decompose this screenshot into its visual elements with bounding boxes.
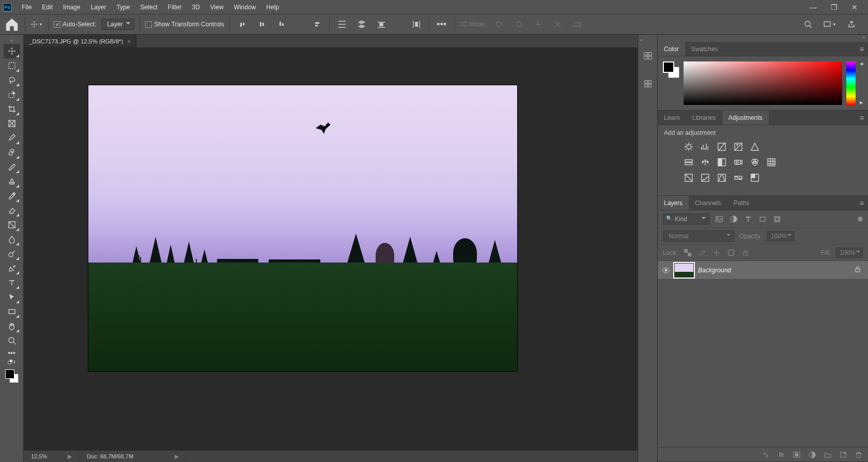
- document-tab[interactable]: _DSC7173.JPG @ 12,5% (RGB/8*) ×: [24, 35, 136, 48]
- menu-3d[interactable]: 3D: [187, 1, 205, 14]
- align-vcenter-button[interactable]: [255, 17, 269, 32]
- menu-help[interactable]: Help: [261, 1, 284, 14]
- hue-saturation-icon[interactable]: [684, 157, 694, 167]
- foreground-background-colors[interactable]: [5, 369, 19, 383]
- dodge-tool[interactable]: [4, 247, 20, 261]
- lock-artboard-icon[interactable]: [726, 248, 736, 257]
- window-minimize-button[interactable]: ―: [803, 0, 824, 14]
- distribute-top-button[interactable]: [335, 17, 349, 32]
- menu-image[interactable]: Image: [58, 1, 85, 14]
- filter-toggle[interactable]: [858, 217, 863, 222]
- rectangular-marquee-tool[interactable]: [4, 58, 20, 73]
- screen-mode-button[interactable]: ▼: [823, 17, 837, 32]
- panel-menu-button[interactable]: ≡: [858, 114, 866, 122]
- share-button[interactable]: [844, 17, 859, 32]
- history-panel-icon[interactable]: [640, 48, 656, 64]
- delete-layer-button[interactable]: [855, 451, 863, 459]
- lock-transparency-icon[interactable]: [683, 248, 692, 257]
- lock-all-icon[interactable]: [741, 248, 750, 257]
- selective-color-icon[interactable]: [750, 173, 760, 183]
- blend-mode-dropdown[interactable]: Normal: [663, 230, 734, 242]
- window-close-button[interactable]: ✕: [844, 0, 865, 14]
- align-left-button[interactable]: [309, 17, 324, 32]
- move-tool-indicator[interactable]: ▼: [30, 18, 43, 30]
- channel-mixer-icon[interactable]: [750, 157, 760, 167]
- auto-select-target-dropdown[interactable]: Layer: [101, 19, 134, 30]
- menu-filter[interactable]: Filter: [163, 1, 187, 14]
- tab-learn[interactable]: Learn: [658, 111, 686, 125]
- menu-select[interactable]: Select: [135, 1, 162, 14]
- layer-lock-icon[interactable]: [855, 266, 861, 274]
- brightness-contrast-icon[interactable]: [684, 142, 694, 152]
- distribute-horiz-button[interactable]: [409, 17, 424, 32]
- menu-layer[interactable]: Layer: [85, 1, 111, 14]
- color-picker-field[interactable]: [684, 61, 842, 105]
- color-lookup-icon[interactable]: [766, 157, 777, 167]
- black-white-icon[interactable]: [717, 157, 727, 167]
- tab-color[interactable]: Color: [658, 42, 685, 56]
- healing-brush-tool[interactable]: [4, 145, 20, 160]
- clone-stamp-tool[interactable]: [4, 174, 20, 189]
- tab-libraries[interactable]: Libraries: [686, 111, 722, 125]
- panel-collapse-button[interactable]: »: [862, 35, 865, 42]
- gradient-tool[interactable]: [4, 218, 20, 232]
- layer-mask-button[interactable]: [793, 451, 801, 459]
- distribute-vcenter-button[interactable]: [354, 17, 369, 32]
- properties-panel-icon[interactable]: [640, 76, 656, 91]
- lock-position-icon[interactable]: [712, 248, 721, 257]
- menu-type[interactable]: Type: [111, 1, 135, 14]
- canvas[interactable]: [24, 48, 638, 451]
- status-doc-info[interactable]: Doc: 68,7M/68,7M▶: [80, 453, 187, 460]
- threshold-icon[interactable]: [717, 173, 727, 183]
- close-tab-button[interactable]: ×: [127, 38, 131, 44]
- move-tool[interactable]: [4, 44, 20, 58]
- posterize-icon[interactable]: [700, 173, 710, 183]
- filter-adjustment-icon[interactable]: [729, 214, 738, 224]
- type-tool[interactable]: [4, 275, 20, 290]
- align-top-button[interactable]: [235, 17, 250, 32]
- tab-swatches[interactable]: Swatches: [685, 42, 724, 56]
- filter-type-icon[interactable]: [743, 214, 753, 224]
- foreground-color-swatch[interactable]: [663, 61, 674, 73]
- new-layer-button[interactable]: [839, 451, 847, 459]
- lock-image-icon[interactable]: [698, 248, 707, 257]
- curves-icon[interactable]: [717, 142, 727, 152]
- distribute-bottom-button[interactable]: [374, 17, 389, 32]
- brush-tool[interactable]: [4, 160, 20, 174]
- layer-thumbnail[interactable]: [674, 263, 694, 278]
- tab-adjustments[interactable]: Adjustments: [722, 111, 769, 125]
- edit-toolbar-button[interactable]: •••: [4, 348, 20, 358]
- exposure-icon[interactable]: [733, 142, 743, 152]
- rectangle-tool[interactable]: [4, 304, 20, 319]
- blur-tool[interactable]: [4, 232, 20, 247]
- menu-view[interactable]: View: [205, 1, 229, 14]
- vibrance-icon[interactable]: [750, 142, 760, 152]
- layer-row[interactable]: Background: [658, 261, 868, 280]
- dock-expand-button[interactable]: «: [638, 37, 657, 44]
- search-button[interactable]: [801, 17, 815, 32]
- photo-filter-icon[interactable]: [733, 157, 743, 167]
- link-layers-button[interactable]: [762, 451, 770, 459]
- layer-filter-kind-dropdown[interactable]: Kind: [663, 213, 709, 225]
- history-brush-tool[interactable]: [4, 189, 20, 203]
- align-bottom-button[interactable]: [274, 17, 289, 32]
- color-balance-icon[interactable]: [700, 157, 710, 167]
- hue-slider[interactable]: [846, 61, 856, 105]
- opacity-input[interactable]: 100%: [767, 231, 794, 241]
- swap-default-colors[interactable]: [4, 358, 20, 366]
- eyedropper-tool[interactable]: [4, 131, 20, 145]
- panel-menu-button[interactable]: ≡: [858, 45, 866, 53]
- window-maximize-button[interactable]: ❐: [824, 0, 844, 14]
- quick-selection-tool[interactable]: [4, 87, 20, 102]
- crop-tool[interactable]: [4, 102, 20, 116]
- tab-layers[interactable]: Layers: [658, 196, 689, 210]
- menu-edit[interactable]: Edit: [37, 1, 58, 14]
- layer-visibility-toggle[interactable]: [658, 267, 674, 273]
- pen-tool[interactable]: [4, 261, 20, 275]
- adjustment-layer-button[interactable]: [808, 451, 816, 459]
- home-button[interactable]: [4, 17, 20, 32]
- path-selection-tool[interactable]: [4, 290, 20, 304]
- status-zoom[interactable]: 12,5%▶: [24, 453, 80, 460]
- levels-icon[interactable]: [700, 142, 710, 152]
- fill-input[interactable]: 100%: [836, 248, 863, 258]
